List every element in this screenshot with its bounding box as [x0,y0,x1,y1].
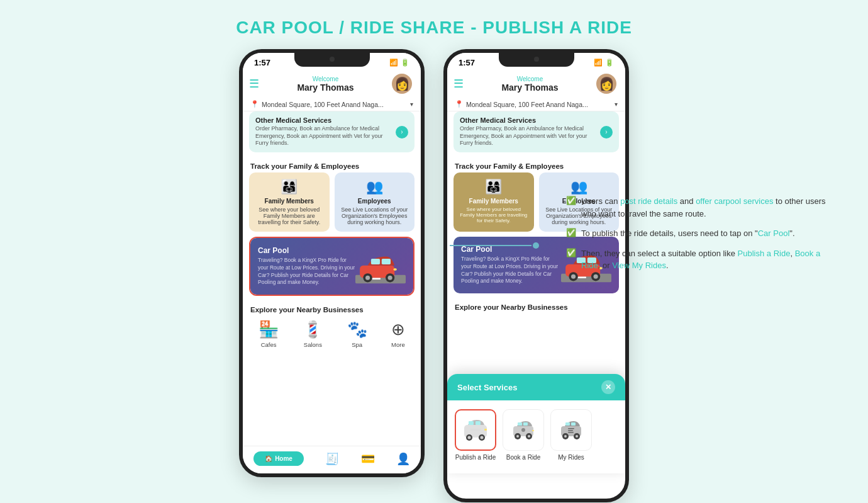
book-ride-option[interactable]: Book a Ride [503,409,544,461]
my-rides-label: My Rides [550,454,592,461]
status-icons-2: 📶 🔋 [594,59,614,67]
medical-desc-1: Order Pharmacy, Book an Ambulance for Me… [255,125,391,147]
chevron-down-icon-1: ▾ [410,101,413,108]
svg-point-42 [564,435,567,438]
svg-rect-46 [568,430,573,431]
medical-desc-2: Order Pharmacy, Book an Ambulance for Me… [460,125,595,147]
select-services-options: Publish a Ride [447,400,625,473]
nearby-spa-1[interactable]: 🐾 Spa [347,320,367,348]
svg-point-33 [516,435,519,438]
svg-rect-3 [371,259,380,264]
employees-card-1[interactable]: 👥 Employees See Live Locations of your O… [335,172,415,232]
publish-ride-label: Publish a Ride [455,454,496,461]
medical-arrow-2[interactable]: › [600,126,613,138]
check-icon-1: ✅ [566,196,576,205]
nearby-more-1[interactable]: ⊕ More [391,320,405,348]
cafes-icon: 🏪 [259,320,279,339]
family-icon-2: 👨‍👩‍👧 [459,179,529,195]
location-bar-1[interactable]: 📍 Mondeal Square, 100 Feet Anand Naga...… [243,98,421,111]
family-title-2: Family Members [459,198,529,205]
svg-rect-1 [372,278,381,280]
connector-line [450,242,539,249]
employees-title-1: Employees [340,198,410,205]
svg-point-24 [468,436,471,439]
medical-title-2: Other Medical Services [460,116,595,124]
app-header-1: ☰ Welcome Mary Thomas 👩 [243,70,421,98]
time-2: 1:57 [459,58,475,67]
annotation-3: ✅ Then, they can select a suitable optio… [566,247,830,272]
family-card-1[interactable]: 👨‍👩‍👧 Family Members See where your belo… [249,172,330,232]
nearby-cafes-1[interactable]: 🏪 Cafes [259,320,279,348]
wifi-icon: 📶 [389,59,398,67]
medical-arrow-1[interactable]: › [396,126,408,138]
employees-icon-1: 👥 [340,179,410,195]
medical-card-1[interactable]: Other Medical Services Order Pharmacy, B… [249,111,415,152]
svg-rect-9 [393,268,396,271]
svg-rect-45 [568,428,574,429]
battery-icon-2: 🔋 [605,59,614,67]
my-rides-option[interactable]: My Rides [550,409,592,461]
welcome-label-1: Welcome [259,76,392,82]
track-section-title-2: Track your Family & Employees [447,157,625,172]
nearby-salons-1[interactable]: 💈 Salons [303,320,323,348]
location-bar-2[interactable]: 📍 Mondeal Square, 100 Feet Anand Naga...… [447,98,625,111]
select-services-header: Select Services ✕ [447,374,625,400]
carpool-card-1[interactable]: Car Pool Traveling? Book a KingX Pro Rid… [250,238,413,295]
close-sheet-button[interactable]: ✕ [601,380,615,394]
svg-rect-47 [568,432,574,433]
home-nav-button[interactable]: 🏠 Home [253,451,304,466]
svg-rect-4 [382,259,391,264]
more-icon: ⊕ [391,320,405,339]
svg-rect-22 [476,421,481,425]
location-text-1: Mondeal Square, 100 Feet Anand Naga... [262,101,410,108]
select-services-title: Select Services [457,383,517,392]
track-grid-1: 👨‍👩‍👧 Family Members See where your belo… [243,172,421,237]
nav-wallet-icon[interactable]: 💳 [361,452,375,466]
home-nav-icon: 🏠 [265,455,272,462]
wifi-icon-2: 📶 [594,59,603,67]
time-1: 1:57 [254,58,270,67]
nearby-section-title-1: Explore your Nearby Businesses [243,301,421,316]
family-card-2[interactable]: 👨‍👩‍👧 Family Members See where your belo… [453,172,534,232]
phone-camera-2 [534,57,539,62]
svg-point-44 [576,435,578,438]
track-section-title-1: Track your Family & Employees [243,157,421,172]
app-header-2: ☰ Welcome Mary Thomas 👩 [447,70,625,98]
user-avatar-1: 👩 [392,74,412,94]
spa-label: Spa [352,341,362,348]
chevron-down-icon-2: ▾ [615,101,618,108]
svg-rect-27 [484,429,487,431]
nav-list-icon[interactable]: 🧾 [325,452,339,466]
location-icon-1: 📍 [250,100,259,108]
family-title-1: Family Members [254,198,325,205]
svg-point-8 [388,275,392,280]
employees-icon-2: 👥 [544,179,615,195]
family-icon-1: 👨‍👩‍👧 [254,179,325,195]
family-desc-1: See where your beloved Family Members ar… [254,206,325,225]
employees-desc-1: See Live Locations of your Organization'… [340,206,410,225]
location-text-2: Mondeal Square, 100 Feet Anand Naga... [466,101,615,108]
hamburger-menu-2[interactable]: ☰ [453,77,464,91]
carpool-desc-2: Traveling? Book a KingX Pro Ride for you… [461,256,561,286]
annotation-1: ✅ Users can post ride details and offer … [566,195,830,220]
nav-profile-icon[interactable]: 👤 [396,452,410,466]
annotation-text-2: To publish the ride details, users need … [581,227,795,240]
svg-rect-36 [532,430,534,431]
cafes-label: Cafes [261,341,277,348]
medical-title-1: Other Medical Services [255,116,391,124]
annotations-area: ✅ Users can post ride details and offer … [566,195,830,280]
book-ride-icon [503,409,544,451]
annotation-2: ✅ To publish the ride details, users nee… [566,227,830,240]
svg-rect-21 [469,421,474,425]
publish-ride-icon [455,409,496,451]
annotation-text-1: Users can post ride details and offer ca… [581,195,830,220]
select-services-sheet: Select Services ✕ [447,374,625,473]
hamburger-menu-1[interactable]: ☰ [249,77,259,91]
svg-rect-39 [565,422,570,426]
publish-ride-option[interactable]: Publish a Ride [455,409,496,461]
battery-icon: 🔋 [401,59,409,67]
medical-card-2[interactable]: Other Medical Services Order Pharmacy, B… [453,111,619,152]
spa-icon: 🐾 [347,320,367,339]
header-center-2: Welcome Mary Thomas [464,76,596,93]
phone-notch-1 [294,53,370,67]
